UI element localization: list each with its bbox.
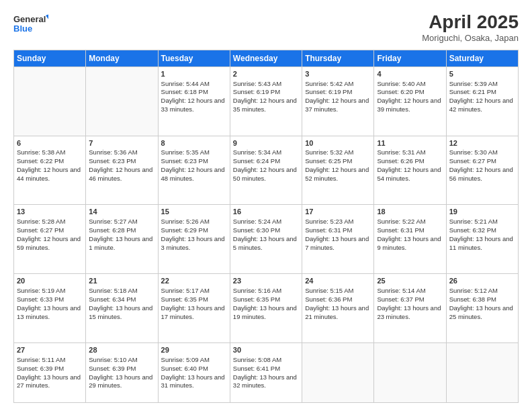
day-number: 25 [377,276,443,286]
col-friday: Friday [374,50,446,66]
header-right: April 2025 Moriguchi, Osaka, Japan [422,12,519,43]
table-row: 1Sunrise: 5:44 AMSunset: 6:18 PMDaylight… [158,66,230,136]
logo: General Blue [13,12,48,36]
day-info: Daylight: 12 hours and 33 minutes. [161,97,225,113]
day-info: Sunset: 6:22 PM [17,157,64,165]
day-info: Sunrise: 5:09 AM [161,356,210,363]
day-number: 1 [161,69,227,79]
day-number: 23 [233,276,299,286]
day-info: Sunrise: 5:10 AM [89,356,137,363]
day-number: 26 [449,276,515,286]
calendar-header-row: Sunday Monday Tuesday Wednesday Thursday… [14,50,519,66]
day-info: Sunrise: 5:11 AM [17,356,65,363]
table-row: 28Sunrise: 5:10 AMSunset: 6:39 PMDayligh… [86,343,158,403]
day-info: Sunset: 6:35 PM [233,295,280,303]
day-info: Daylight: 13 hours and 5 minutes. [233,235,297,251]
day-info: Sunset: 6:40 PM [161,365,208,372]
day-info: Daylight: 13 hours and 13 minutes. [17,304,81,320]
day-number: 5 [449,69,515,79]
table-row: 2Sunrise: 5:43 AMSunset: 6:19 PMDaylight… [230,66,302,136]
day-number: 17 [305,207,371,217]
day-info: Sunrise: 5:12 AM [449,287,498,294]
day-info: Sunrise: 5:26 AM [161,218,210,225]
day-number: 24 [305,276,371,286]
day-info: Daylight: 13 hours and 1 minute. [89,235,152,251]
day-info: Sunset: 6:27 PM [449,157,496,165]
day-info: Daylight: 13 hours and 11 minutes. [449,235,513,251]
day-info: Daylight: 13 hours and 29 minutes. [89,373,152,390]
day-info: Sunrise: 5:43 AM [233,80,281,87]
page: General Blue April 2025 Moriguchi, Osaka… [0,0,532,411]
day-info: Daylight: 12 hours and 39 minutes. [377,97,441,113]
day-info: Sunrise: 5:16 AM [233,287,281,294]
day-info: Daylight: 13 hours and 25 minutes. [449,304,513,320]
table-row: 6Sunrise: 5:38 AMSunset: 6:22 PMDaylight… [14,136,86,205]
day-info: Sunrise: 5:42 AM [305,80,353,87]
day-info: Sunrise: 5:27 AM [89,218,137,225]
day-info: Sunset: 6:34 PM [89,295,136,303]
day-info: Sunrise: 5:32 AM [305,148,353,156]
day-number: 21 [89,276,154,286]
top-header: General Blue April 2025 Moriguchi, Osaka… [13,12,519,43]
day-info: Daylight: 12 hours and 48 minutes. [161,166,225,182]
day-info: Sunrise: 5:36 AM [89,148,137,156]
day-info: Sunrise: 5:28 AM [17,218,65,225]
day-info: Sunrise: 5:31 AM [377,148,425,156]
table-row: 16Sunrise: 5:24 AMSunset: 6:30 PMDayligh… [230,205,302,274]
day-info: Sunset: 6:39 PM [17,365,64,372]
table-row [302,343,374,403]
day-number: 22 [161,276,227,286]
table-row: 18Sunrise: 5:22 AMSunset: 6:31 PMDayligh… [374,205,446,274]
day-info: Sunrise: 5:18 AM [89,287,137,294]
day-info: Daylight: 12 hours and 35 minutes. [233,97,297,113]
day-info: Daylight: 13 hours and 17 minutes. [161,304,225,320]
day-number: 30 [233,345,299,355]
svg-marker-2 [46,13,48,23]
day-number: 29 [161,345,227,355]
day-number: 16 [233,207,299,217]
day-info: Daylight: 12 hours and 46 minutes. [89,166,152,182]
col-monday: Monday [86,50,158,66]
day-number: 12 [449,138,515,148]
table-row [14,66,86,136]
calendar-table: Sunday Monday Tuesday Wednesday Thursday… [13,50,519,403]
location: Moriguchi, Osaka, Japan [422,33,519,43]
day-number: 28 [89,345,154,355]
table-row: 27Sunrise: 5:11 AMSunset: 6:39 PMDayligh… [14,343,86,403]
day-info: Sunrise: 5:22 AM [377,218,425,225]
table-row: 17Sunrise: 5:23 AMSunset: 6:31 PMDayligh… [302,205,374,274]
col-sunday: Sunday [14,50,86,66]
day-info: Sunset: 6:26 PM [377,157,424,165]
day-info: Sunset: 6:24 PM [233,157,280,165]
day-info: Daylight: 12 hours and 37 minutes. [305,97,369,113]
day-info: Sunset: 6:41 PM [233,365,280,372]
table-row: 21Sunrise: 5:18 AMSunset: 6:34 PMDayligh… [86,274,158,343]
day-number: 13 [17,207,83,217]
table-row: 20Sunrise: 5:19 AMSunset: 6:33 PMDayligh… [14,274,86,343]
day-number: 9 [233,138,299,148]
day-info: Sunrise: 5:21 AM [449,218,498,225]
table-row [86,66,158,136]
day-number: 6 [17,138,83,148]
table-row: 25Sunrise: 5:14 AMSunset: 6:37 PMDayligh… [374,274,446,343]
day-info: Daylight: 13 hours and 21 minutes. [305,304,369,320]
day-info: Daylight: 12 hours and 56 minutes. [449,166,513,182]
day-number: 2 [233,69,299,79]
day-info: Sunset: 6:20 PM [377,88,424,95]
day-number: 19 [449,207,515,217]
svg-text:Blue: Blue [13,24,32,34]
table-row: 10Sunrise: 5:32 AMSunset: 6:25 PMDayligh… [302,136,374,205]
table-row: 5Sunrise: 5:39 AMSunset: 6:21 PMDaylight… [446,66,518,136]
day-info: Sunset: 6:36 PM [305,295,352,303]
day-info: Daylight: 12 hours and 50 minutes. [233,166,297,182]
table-row: 12Sunrise: 5:30 AMSunset: 6:27 PMDayligh… [446,136,518,205]
day-info: Daylight: 13 hours and 7 minutes. [305,235,369,251]
day-info: Daylight: 13 hours and 19 minutes. [233,304,297,320]
day-info: Sunrise: 5:44 AM [161,80,210,87]
day-info: Daylight: 12 hours and 44 minutes. [17,166,81,182]
table-row: 9Sunrise: 5:34 AMSunset: 6:24 PMDaylight… [230,136,302,205]
svg-text:General: General [13,14,46,24]
table-row: 3Sunrise: 5:42 AMSunset: 6:19 PMDaylight… [302,66,374,136]
day-info: Daylight: 13 hours and 32 minutes. [233,373,297,390]
day-info: Sunrise: 5:40 AM [377,80,425,87]
